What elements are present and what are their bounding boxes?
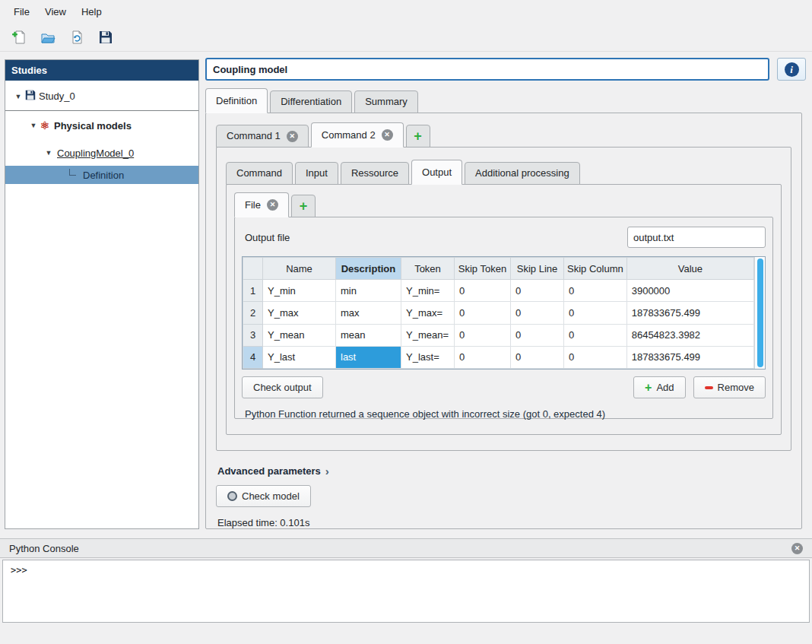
tab-command[interactable]: Command <box>226 162 293 185</box>
advanced-parameters-toggle[interactable]: Advanced parameters › <box>216 465 791 477</box>
close-console-icon[interactable]: ✕ <box>791 543 803 554</box>
tab-command-1[interactable]: Command 1 ✕ <box>216 125 309 148</box>
table-cell[interactable]: 0 <box>455 280 511 302</box>
table-cell[interactable]: 0 <box>511 280 564 302</box>
tab-label: File <box>245 192 261 217</box>
atom-icon: ⚛ <box>39 119 51 132</box>
tab-definition[interactable]: Definition <box>205 88 268 113</box>
model-name-input[interactable] <box>205 58 769 81</box>
table-cell[interactable]: Y_last <box>263 346 336 368</box>
col-header-name[interactable]: Name <box>263 258 336 280</box>
tree-item-definition-selected[interactable]: Definition <box>5 166 198 184</box>
table-cell[interactable]: 0 <box>511 346 564 368</box>
table-cell[interactable]: Y_mean= <box>401 324 455 346</box>
table-cell[interactable]: 187833675.499 <box>626 302 753 324</box>
tab-input[interactable]: Input <box>295 162 338 185</box>
row-header[interactable]: 4 <box>243 346 263 368</box>
table-cell[interactable]: Y_mean <box>263 324 336 346</box>
info-button[interactable]: i <box>777 58 806 81</box>
table-header-row: Name Description Token Skip Token Skip L… <box>243 258 754 280</box>
studies-panel-title: Studies <box>5 60 198 81</box>
info-icon: i <box>785 62 799 77</box>
tree-item-label[interactable]: CouplingModel_0 <box>57 148 134 159</box>
close-tab-icon[interactable]: ✕ <box>382 129 393 141</box>
table-cell[interactable]: Y_max <box>263 302 336 324</box>
tab-summary[interactable]: Summary <box>354 90 418 113</box>
scrollbar-handle[interactable] <box>757 259 763 367</box>
table-cell[interactable]: 3900000 <box>626 280 753 302</box>
add-file-tab[interactable]: + <box>291 195 316 217</box>
tab-output[interactable]: Output <box>411 160 462 185</box>
table-cell[interactable]: 0 <box>564 280 627 302</box>
toolbar <box>0 23 812 52</box>
save-study-button[interactable] <box>94 27 117 48</box>
table-cell[interactable]: mean <box>336 324 401 346</box>
table-cell[interactable]: 0 <box>564 346 627 368</box>
check-output-button[interactable]: Check output <box>242 376 323 398</box>
col-header-skip-token[interactable]: Skip Token <box>455 258 511 280</box>
col-header-skip-line[interactable]: Skip Line <box>511 258 564 280</box>
open-study-button[interactable] <box>36 27 59 48</box>
output-file-input[interactable] <box>627 227 766 248</box>
command-tabs: Command 1 ✕ Command 2 ✕ + <box>216 122 791 148</box>
menu-view[interactable]: View <box>37 3 74 21</box>
row-header[interactable]: 2 <box>243 302 263 324</box>
table-cell[interactable]: max <box>336 302 401 324</box>
row-header[interactable]: 1 <box>243 280 263 302</box>
tab-ressource[interactable]: Ressource <box>341 162 409 185</box>
new-study-button[interactable] <box>8 27 30 48</box>
selected-table-cell[interactable]: last <box>336 346 401 368</box>
elapsed-time-label: Elapsed time: 0.101s <box>216 517 791 528</box>
table-cell[interactable]: 0 <box>511 324 564 346</box>
menu-help[interactable]: Help <box>74 3 109 21</box>
table-cell[interactable]: 86454823.3982 <box>626 324 753 346</box>
col-header-description[interactable]: Description <box>336 258 401 280</box>
studies-panel: Studies ▼ Study_0 ▼ ⚛ Physical models ▼ … <box>5 59 199 529</box>
import-script-button[interactable] <box>65 27 88 48</box>
col-header-skip-column[interactable]: Skip Column <box>564 258 627 280</box>
tab-label: Command <box>236 162 282 185</box>
col-header-token[interactable]: Token <box>401 258 455 280</box>
tab-differentiation[interactable]: Differentiation <box>270 90 352 113</box>
tree-item-physical-models[interactable]: ▼ ⚛ Physical models <box>5 111 198 140</box>
col-header-value[interactable]: Value <box>626 258 753 280</box>
close-tab-icon[interactable]: ✕ <box>287 131 298 142</box>
python-console-header: Python Console ✕ <box>0 538 812 558</box>
table-cell[interactable]: 187833675.499 <box>626 346 753 368</box>
table-cell[interactable]: 0 <box>455 302 511 324</box>
tree-item-coupling-model[interactable]: ▼ CouplingModel_0 <box>5 140 198 166</box>
table-cell[interactable]: 0 <box>455 346 511 368</box>
table-cell[interactable]: min <box>336 280 401 302</box>
tab-command-2[interactable]: Command 2 ✕ <box>311 122 404 148</box>
tree-item-label[interactable]: Definition <box>83 170 124 181</box>
tab-label: Command 1 <box>227 125 281 148</box>
table-cell[interactable]: Y_min <box>263 280 336 302</box>
plus-icon: + <box>300 199 308 213</box>
button-label: Remove <box>718 382 754 393</box>
check-model-button[interactable]: Check model <box>216 485 311 507</box>
table-cell[interactable]: Y_max= <box>401 302 455 324</box>
table-cell[interactable]: Y_last= <box>401 346 455 368</box>
expander-down-icon[interactable]: ▼ <box>13 93 24 100</box>
table-cell[interactable]: 0 <box>564 324 627 346</box>
table-row: 1 Y_min min Y_min= 0 0 0 3900000 <box>243 280 754 302</box>
add-command-tab[interactable]: + <box>406 125 430 148</box>
table-cell[interactable]: Y_min= <box>401 280 455 302</box>
table-cell[interactable]: 0 <box>564 302 627 324</box>
row-header[interactable]: 3 <box>243 324 263 346</box>
tree-item-study[interactable]: ▼ Study_0 <box>5 82 198 111</box>
tab-file[interactable]: File ✕ <box>234 192 289 217</box>
add-row-button[interactable]: + Add <box>633 376 685 398</box>
table-scrollbar[interactable] <box>754 257 765 369</box>
python-console-input[interactable]: >>> <box>2 560 810 623</box>
tree-item-label[interactable]: Physical models <box>54 120 132 132</box>
table-cell[interactable]: 0 <box>455 324 511 346</box>
table-cell[interactable]: 0 <box>511 302 564 324</box>
tab-additional-processing[interactable]: Additional processing <box>465 162 580 185</box>
remove-row-button[interactable]: Remove <box>693 376 766 398</box>
expander-down-icon[interactable]: ▼ <box>43 149 54 157</box>
close-tab-icon[interactable]: ✕ <box>267 199 278 211</box>
menu-file[interactable]: File <box>6 3 37 21</box>
expander-down-icon[interactable]: ▼ <box>28 122 39 129</box>
tree-item-label[interactable]: Study_0 <box>39 90 75 102</box>
